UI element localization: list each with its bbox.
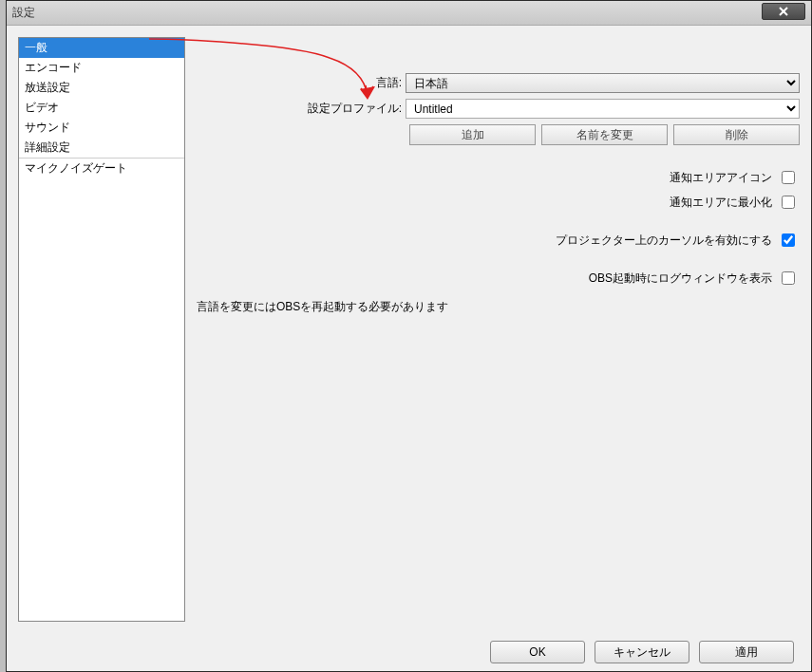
tray-icon-label: 通知エリアアイコン	[670, 170, 772, 186]
cursor-label: プロジェクター上のカーソルを有効にする	[556, 233, 772, 249]
tray-min-label: 通知エリアに最小化	[670, 195, 772, 211]
logwin-label: OBS起動時にログウィンドウを表示	[589, 271, 772, 287]
sidebar-item-5[interactable]: 詳細設定	[19, 138, 184, 158]
sidebar-item-3[interactable]: ビデオ	[19, 98, 184, 118]
rename-button[interactable]: 名前を変更	[541, 124, 668, 145]
profile-select[interactable]: Untitled	[406, 99, 800, 119]
sidebar-item-0[interactable]: 一般	[19, 38, 184, 58]
row-tray-min: 通知エリアに最小化	[197, 193, 800, 212]
window-title: 設定	[12, 5, 35, 21]
category-sidebar: 一般エンコード放送設定ビデオサウンド詳細設定マイクノイズゲート	[18, 37, 185, 622]
dialog-footer: OK キャンセル 適用	[7, 633, 811, 671]
language-label: 言語:	[197, 75, 406, 91]
tray-min-checkbox[interactable]	[782, 196, 795, 209]
delete-button[interactable]: 削除	[673, 124, 800, 145]
sidebar-item-4[interactable]: サウンド	[19, 118, 184, 138]
apply-button[interactable]: 適用	[699, 641, 794, 663]
settings-window: 設定 一般エンコード放送設定ビデオサウンド詳細設定マイクノイズゲート 言語: 日…	[6, 0, 812, 672]
sidebar-item-1[interactable]: エンコード	[19, 58, 184, 78]
cancel-button[interactable]: キャンセル	[595, 641, 689, 663]
titlebar: 設定	[7, 1, 811, 26]
ok-button[interactable]: OK	[490, 641, 585, 663]
close-button[interactable]	[762, 3, 805, 20]
restart-note: 言語を変更にはOBSを再起動する必要があります	[197, 299, 800, 315]
content-pane: 言語: 日本語 設定プロファイル: Untitled 追加 名前を変更 削除 通…	[197, 37, 800, 622]
close-icon	[778, 7, 789, 16]
language-select[interactable]: 日本語	[406, 73, 800, 93]
logwin-checkbox[interactable]	[782, 271, 795, 285]
profile-label: 設定プロファイル:	[197, 101, 406, 117]
cursor-checkbox[interactable]	[782, 233, 795, 247]
row-language: 言語: 日本語	[197, 73, 800, 93]
row-logwin: OBS起動時にログウィンドウを表示	[197, 269, 800, 288]
sidebar-item-6[interactable]: マイクノイズゲート	[19, 159, 184, 178]
row-profile: 設定プロファイル: Untitled	[197, 99, 800, 119]
row-tray-icon: 通知エリアアイコン	[197, 168, 800, 187]
sidebar-item-2[interactable]: 放送設定	[19, 78, 184, 98]
add-button[interactable]: 追加	[409, 124, 536, 145]
dialog-body: 一般エンコード放送設定ビデオサウンド詳細設定マイクノイズゲート 言語: 日本語 …	[7, 26, 811, 633]
profile-buttons: 追加 名前を変更 削除	[409, 124, 800, 145]
tray-icon-checkbox[interactable]	[782, 171, 795, 184]
row-cursor: プロジェクター上のカーソルを有効にする	[197, 231, 800, 250]
